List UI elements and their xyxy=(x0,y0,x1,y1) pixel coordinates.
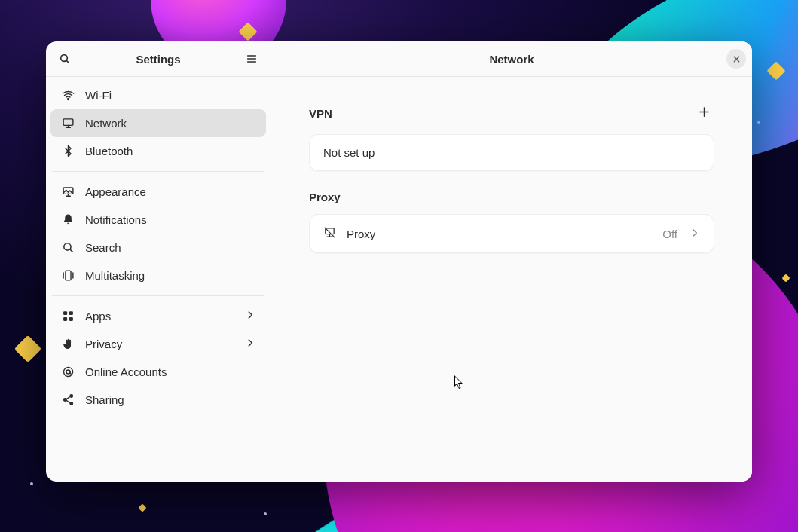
sidebar: Settings Wi-FiNetworkBluetoothAppearance… xyxy=(46,41,271,482)
wifi-icon xyxy=(61,89,75,102)
vpn-card: Not set up xyxy=(309,134,714,171)
bluetooth-icon xyxy=(61,145,75,157)
sidebar-item-multitasking[interactable]: Multitasking xyxy=(50,261,266,289)
close-icon xyxy=(732,53,741,66)
sidebar-item-label: Notifications xyxy=(85,213,147,226)
svg-rect-17 xyxy=(63,311,67,315)
sidebar-item-bluetooth[interactable]: Bluetooth xyxy=(50,137,266,165)
close-button[interactable] xyxy=(726,49,746,69)
svg-rect-20 xyxy=(69,317,72,321)
sidebar-item-network[interactable]: Network xyxy=(50,109,266,137)
sidebar-item-wifi[interactable]: Wi-Fi xyxy=(50,81,266,109)
hand-icon xyxy=(61,338,75,350)
sidebar-item-label: Wi-Fi xyxy=(85,89,112,102)
add-vpn-button[interactable] xyxy=(693,102,714,124)
content-title: Network xyxy=(297,53,726,66)
apps-icon xyxy=(61,310,75,323)
sidebar-item-label: Online Accounts xyxy=(85,365,167,378)
svg-rect-19 xyxy=(63,317,67,321)
magnify-icon xyxy=(61,241,75,254)
content-header: Network xyxy=(271,41,752,77)
sidebar-item-label: Multitasking xyxy=(85,269,145,282)
chevron-right-icon xyxy=(245,310,255,323)
sidebar-item-label: Apps xyxy=(85,310,111,323)
proxy-row-value: Off xyxy=(662,228,677,240)
search-icon xyxy=(59,53,71,65)
svg-line-25 xyxy=(66,396,70,399)
sidebar-separator xyxy=(52,171,264,172)
proxy-card: Proxy Off xyxy=(309,214,714,253)
content-body: VPN Not set up Proxy xyxy=(271,77,752,298)
sidebar-item-label: Network xyxy=(85,117,127,130)
sidebar-item-privacy[interactable]: Privacy xyxy=(50,330,266,358)
svg-rect-6 xyxy=(63,119,73,126)
proxy-row[interactable]: Proxy Off xyxy=(310,215,714,252)
share-icon xyxy=(61,393,75,406)
vpn-section-title: VPN xyxy=(309,107,332,120)
sidebar-item-notifications[interactable]: Notifications xyxy=(50,206,266,234)
at-icon xyxy=(61,365,75,378)
hamburger-icon xyxy=(246,53,258,65)
sidebar-title: Settings xyxy=(76,53,240,66)
sidebar-nav: Wi-FiNetworkBluetoothAppearanceNotificat… xyxy=(46,77,271,434)
chevron-right-icon xyxy=(689,228,700,240)
sidebar-item-label: Bluetooth xyxy=(85,145,133,157)
proxy-icon xyxy=(323,226,336,241)
appearance-icon xyxy=(61,185,75,198)
sidebar-item-label: Search xyxy=(85,241,121,254)
vpn-section: VPN Not set up xyxy=(309,102,714,171)
sidebar-item-online[interactable]: Online Accounts xyxy=(50,358,266,386)
svg-rect-18 xyxy=(69,311,72,315)
plus-icon xyxy=(698,105,711,121)
chevron-right-icon xyxy=(245,338,255,350)
svg-line-13 xyxy=(69,249,72,252)
proxy-section: Proxy Proxy Off xyxy=(309,191,714,253)
sidebar-separator xyxy=(52,295,264,296)
vpn-status-row: Not set up xyxy=(310,135,714,170)
sidebar-item-appearance[interactable]: Appearance xyxy=(50,178,266,206)
hamburger-menu-button[interactable] xyxy=(240,47,263,70)
sidebar-item-sharing[interactable]: Sharing xyxy=(50,386,266,414)
proxy-row-label: Proxy xyxy=(347,228,375,240)
svg-line-26 xyxy=(66,400,70,403)
settings-window: Settings Wi-FiNetworkBluetoothAppearance… xyxy=(46,41,752,482)
svg-point-5 xyxy=(67,98,69,99)
svg-line-1 xyxy=(66,60,69,63)
svg-point-21 xyxy=(66,370,70,374)
content-pane: Network VPN xyxy=(271,41,752,482)
search-button[interactable] xyxy=(54,47,76,70)
sidebar-header: Settings xyxy=(46,41,271,77)
display-icon xyxy=(61,117,75,130)
proxy-section-title: Proxy xyxy=(309,191,341,203)
sidebar-item-search[interactable]: Search xyxy=(50,234,266,261)
sidebar-item-label: Privacy xyxy=(85,338,122,350)
sidebar-item-apps[interactable]: Apps xyxy=(50,302,266,330)
svg-rect-14 xyxy=(65,271,70,280)
bell-icon xyxy=(61,213,75,226)
vpn-status-text: Not set up xyxy=(323,146,375,159)
sidebar-separator xyxy=(52,420,264,420)
sidebar-item-label: Appearance xyxy=(85,185,146,198)
multitask-icon xyxy=(61,269,75,282)
sidebar-item-label: Sharing xyxy=(85,393,124,406)
